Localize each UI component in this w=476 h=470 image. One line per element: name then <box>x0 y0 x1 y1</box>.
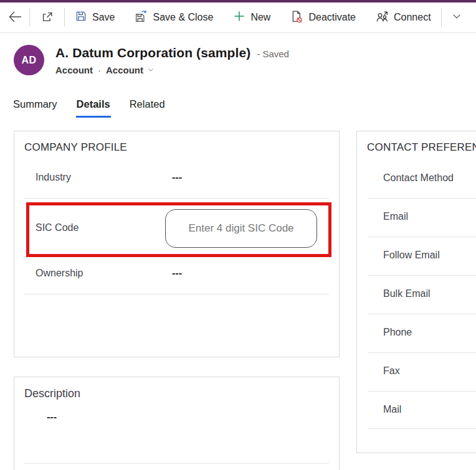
chevron-down-icon <box>147 65 155 75</box>
row-divider <box>24 198 329 199</box>
save-and-close-button[interactable]: Save & Close <box>125 2 223 32</box>
tab-related[interactable]: Related <box>129 97 166 118</box>
save-status: - Saved <box>257 49 289 59</box>
record-title: A. Datum Corporation (sample) <box>55 45 250 60</box>
popout-button[interactable] <box>30 2 64 32</box>
new-button-label: New <box>250 12 270 23</box>
back-arrow-icon <box>7 9 23 27</box>
row-divider <box>368 198 476 199</box>
entity-type-label: Account <box>55 65 93 75</box>
form-selector-label: Account <box>106 65 143 75</box>
company-profile-heading: COMPANY PROFILE <box>24 141 127 154</box>
row-divider <box>368 237 476 237</box>
form-tabs: Summary Details Related <box>12 97 166 118</box>
new-button[interactable]: New <box>223 2 280 32</box>
phone-label: Phone <box>383 327 412 338</box>
mail-label: Mail <box>383 404 401 415</box>
ownership-label: Ownership <box>36 268 83 279</box>
form-selector[interactable]: Account <box>106 65 155 75</box>
tab-summary[interactable]: Summary <box>12 97 58 118</box>
row-divider <box>368 391 476 392</box>
row-divider <box>368 352 476 353</box>
contact-preferences-heading: CONTACT PREFERENCES <box>367 141 476 154</box>
company-profile-section: COMPANY PROFILE Industry --- SIC Code Ow… <box>14 131 340 357</box>
account-form-page: Save Save & Close <box>0 0 476 470</box>
record-avatar[interactable]: AD <box>14 45 44 75</box>
deactivate-icon <box>290 10 303 26</box>
contact-method-label: Contact Method <box>383 172 454 184</box>
row-divider <box>368 428 476 429</box>
deactivate-button-label: Deactivate <box>308 12 356 23</box>
tab-details[interactable]: Details <box>76 97 111 118</box>
chevron-down-icon <box>451 11 462 24</box>
row-divider <box>24 463 329 464</box>
record-header-text: A. Datum Corporation (sample) - Saved Ac… <box>55 45 289 75</box>
command-bar: Save Save & Close <box>0 2 476 33</box>
bulk-email-label: Bulk Email <box>383 288 431 299</box>
sic-code-input[interactable] <box>165 209 317 248</box>
sic-code-label: SIC Code <box>36 222 79 233</box>
save-close-icon <box>135 10 148 26</box>
save-and-close-button-label: Save & Close <box>153 12 213 23</box>
save-button[interactable]: Save <box>65 2 125 32</box>
fax-label: Fax <box>383 365 400 377</box>
save-icon <box>75 10 87 25</box>
deactivate-button[interactable]: Deactivate <box>280 2 366 32</box>
save-button-label: Save <box>92 12 115 23</box>
back-button[interactable] <box>0 2 29 32</box>
command-overflow-button[interactable] <box>442 2 472 32</box>
email-label: Email <box>383 211 408 222</box>
popout-icon <box>40 10 54 26</box>
description-value[interactable]: --- <box>47 411 57 423</box>
connect-button[interactable]: Connect <box>366 2 441 32</box>
industry-value[interactable]: --- <box>172 172 182 183</box>
row-divider <box>368 314 476 314</box>
connect-icon <box>376 10 389 26</box>
description-heading: Description <box>24 387 80 400</box>
description-section: Description --- <box>14 377 340 470</box>
connect-button-label: Connect <box>394 12 431 23</box>
row-divider <box>24 294 329 294</box>
subtitle-separator: · <box>98 65 101 75</box>
ownership-value[interactable]: --- <box>172 268 182 279</box>
row-divider <box>368 275 476 276</box>
record-header: AD A. Datum Corporation (sample) - Saved… <box>14 45 289 75</box>
follow-email-label: Follow Email <box>383 250 440 261</box>
contact-preferences-section: CONTACT PREFERENCES Contact Method Email… <box>356 131 476 453</box>
industry-label: Industry <box>36 172 71 183</box>
plus-icon <box>233 10 245 25</box>
